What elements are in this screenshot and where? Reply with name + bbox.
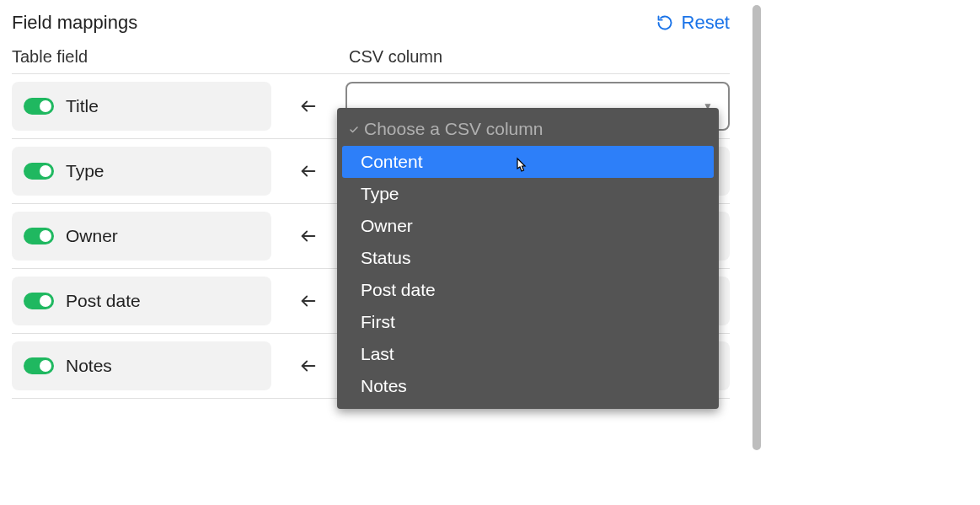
field-label: Notes (66, 356, 112, 376)
field-box-post-date: Post date (12, 277, 271, 325)
field-box-owner: Owner (12, 212, 271, 261)
field-box-type: Type (12, 147, 271, 196)
dropdown-item-first[interactable]: First (342, 306, 714, 338)
arrow-left-icon (271, 227, 345, 245)
reset-label: Reset (682, 12, 730, 34)
arrow-left-icon (271, 97, 345, 116)
dropdown-placeholder-text: Choose a CSV column (364, 119, 543, 139)
toggle-post-date[interactable] (24, 293, 54, 309)
toggle-notes[interactable] (24, 357, 54, 374)
toggle-type[interactable] (24, 163, 54, 180)
dropdown-item-content[interactable]: Content (342, 146, 714, 178)
arrow-left-icon (271, 357, 345, 375)
dropdown-item-type[interactable]: Type (342, 178, 714, 210)
table-field-header: Table field (12, 47, 281, 67)
undo-icon (656, 14, 673, 31)
dropdown-item-status[interactable]: Status (342, 242, 714, 274)
field-box-title: Title (12, 82, 271, 131)
reset-button[interactable]: Reset (656, 12, 730, 34)
dropdown-item-last[interactable]: Last (342, 338, 714, 370)
field-label: Owner (66, 226, 118, 246)
dropdown-item-notes[interactable]: Notes (342, 370, 714, 402)
toggle-owner[interactable] (24, 228, 54, 244)
field-label: Post date (66, 291, 141, 311)
section-title: Field mappings (12, 12, 137, 34)
csv-column-dropdown[interactable]: Choose a CSV column Content Type Owner S… (337, 108, 719, 409)
arrow-left-icon (271, 162, 345, 180)
dropdown-item-post-date[interactable]: Post date (342, 274, 714, 306)
csv-column-header: CSV column (349, 47, 442, 67)
arrow-left-icon (271, 292, 345, 310)
dropdown-item-owner[interactable]: Owner (342, 210, 714, 242)
field-label: Title (66, 96, 99, 116)
field-label: Type (66, 161, 104, 181)
dropdown-placeholder: Choose a CSV column (337, 108, 719, 146)
scrollbar[interactable] (752, 5, 761, 450)
check-icon (349, 119, 359, 139)
field-box-notes: Notes (12, 341, 271, 390)
toggle-title[interactable] (24, 98, 54, 115)
